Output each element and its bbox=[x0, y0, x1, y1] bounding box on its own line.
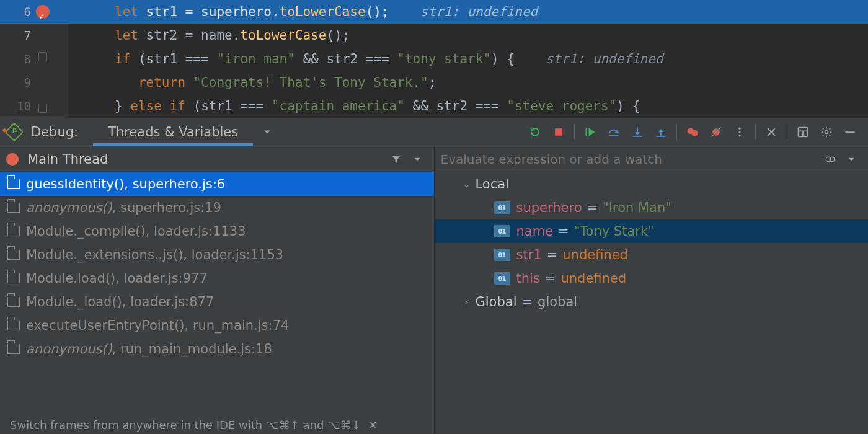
line-number[interactable]: 8 bbox=[0, 47, 31, 71]
more-actions-icon[interactable] bbox=[728, 118, 751, 146]
line-number[interactable]: 9 bbox=[0, 71, 31, 94]
variable-type-badge: 01 bbox=[494, 272, 510, 285]
variable-row[interactable]: 01this=undefined bbox=[435, 267, 869, 290]
inline-debug-hint: str1: undefined bbox=[420, 4, 538, 19]
stack-frame[interactable]: executeUserEntryPoint(), run_main.js:74 bbox=[0, 314, 434, 337]
code-line[interactable]: 10} else if (str1 === "captain america" … bbox=[0, 94, 868, 118]
stack-frame[interactable]: Module._load(), loader.js:877 bbox=[0, 290, 434, 314]
frame-list[interactable]: guessIdentity(), superhero.js:6anonymous… bbox=[0, 172, 434, 415]
stack-frame-icon bbox=[7, 179, 20, 189]
variables-panel: ⌄Local01superhero="Iron Man"01name="Tony… bbox=[435, 146, 869, 434]
stack-frame-icon bbox=[7, 321, 20, 330]
code-line[interactable]: 7let str2 = name.toLowerCase(); bbox=[0, 24, 868, 47]
debug-panels: Main Thread guessIdentity(), superhero.j… bbox=[0, 146, 868, 434]
code-fold-icon[interactable] bbox=[36, 52, 50, 66]
add-watch-icon[interactable] bbox=[820, 154, 841, 165]
tab-threads-variables[interactable]: Threads & Variables bbox=[91, 118, 255, 146]
variable-tree[interactable]: ⌄Local01superhero="Iron Man"01name="Tony… bbox=[435, 172, 869, 434]
layout-settings-icon[interactable] bbox=[791, 118, 815, 146]
variable-row[interactable]: 01name="Tony Stark" bbox=[435, 219, 869, 243]
watches-dropdown-icon[interactable] bbox=[841, 154, 862, 165]
debug-toolbar: JS Debug: Threads & Variables bbox=[0, 118, 868, 146]
frames-dropdown-icon[interactable] bbox=[407, 154, 428, 165]
view-breakpoints-button[interactable] bbox=[681, 118, 704, 146]
code-line[interactable]: 6let str1 = superhero.toLowerCase();str1… bbox=[0, 0, 868, 24]
stack-frame[interactable]: guessIdentity(), superhero.js:6 bbox=[0, 172, 434, 196]
variable-row[interactable]: 01str1=undefined bbox=[435, 243, 869, 267]
svg-rect-4 bbox=[657, 136, 666, 137]
stack-frame-icon bbox=[7, 226, 20, 236]
svg-point-6 bbox=[691, 130, 698, 136]
tip-text: Switch frames from anywhere in the IDE w… bbox=[10, 418, 361, 432]
tab-dropdown-icon[interactable] bbox=[255, 118, 279, 146]
evaluate-expression-input[interactable] bbox=[441, 152, 820, 167]
stop-button[interactable] bbox=[547, 118, 570, 146]
thread-title: Main Thread bbox=[27, 152, 108, 167]
thread-status-icon bbox=[6, 153, 19, 166]
variable-type-badge: 01 bbox=[494, 249, 510, 261]
stack-frame-icon bbox=[7, 344, 20, 354]
line-number[interactable]: 10 bbox=[0, 94, 31, 118]
svg-rect-1 bbox=[586, 128, 588, 136]
minimize-panel-icon[interactable] bbox=[838, 118, 862, 146]
variable-scope[interactable]: ›Global=global bbox=[435, 290, 869, 314]
resume-button[interactable] bbox=[578, 118, 602, 146]
mute-breakpoints-button[interactable] bbox=[704, 118, 728, 146]
frames-tip: Switch frames from anywhere in the IDE w… bbox=[0, 415, 434, 434]
line-number[interactable]: 7 bbox=[0, 24, 31, 47]
variable-type-badge: 01 bbox=[494, 202, 510, 214]
chevron-down-icon[interactable]: ⌄ bbox=[461, 179, 473, 189]
svg-rect-3 bbox=[633, 136, 642, 137]
stack-frame[interactable]: anonymous(), superhero.js:19 bbox=[0, 196, 434, 219]
svg-rect-2 bbox=[609, 135, 619, 136]
code-fold-icon[interactable] bbox=[36, 99, 50, 113]
svg-point-14 bbox=[825, 131, 828, 134]
stack-frame[interactable]: Module.load(), loader.js:977 bbox=[0, 267, 434, 290]
step-into-button[interactable] bbox=[626, 118, 649, 146]
variable-row[interactable]: 01superhero="Iron Man" bbox=[435, 196, 869, 219]
debug-label: Debug: bbox=[26, 125, 91, 140]
filter-icon[interactable] bbox=[386, 154, 407, 165]
breakpoint-hit-icon[interactable] bbox=[36, 5, 50, 19]
code-editor[interactable]: 6let str1 = superhero.toLowerCase();str1… bbox=[0, 0, 868, 118]
stack-frame-icon bbox=[7, 203, 20, 213]
svg-rect-0 bbox=[555, 128, 562, 136]
line-number[interactable]: 6 bbox=[0, 0, 31, 24]
code-line[interactable]: 9 return "Congrats! That's Tony Stark."; bbox=[0, 71, 868, 94]
chevron-right-icon[interactable]: › bbox=[461, 297, 473, 307]
tip-close-icon[interactable]: ✕ bbox=[368, 418, 378, 432]
settings-icon[interactable] bbox=[815, 118, 838, 146]
frames-panel: Main Thread guessIdentity(), superhero.j… bbox=[0, 146, 435, 434]
code-line[interactable]: 8if (str1 === "iron man" && str2 === "to… bbox=[0, 47, 868, 71]
svg-point-10 bbox=[738, 128, 740, 130]
close-debug-button[interactable] bbox=[760, 118, 783, 146]
stack-frame-icon bbox=[7, 250, 20, 260]
svg-point-11 bbox=[738, 131, 740, 133]
step-out-button[interactable] bbox=[649, 118, 673, 146]
stack-frame-icon bbox=[7, 273, 20, 283]
inline-debug-hint: str1: undefined bbox=[546, 51, 663, 66]
rerun-button[interactable] bbox=[523, 118, 547, 146]
stack-frame[interactable]: anonymous(), run_main_module.js:18 bbox=[0, 337, 434, 361]
nodejs-run-icon: JS bbox=[4, 122, 24, 141]
stack-frame[interactable]: Module._extensions..js(), loader.js:1153 bbox=[0, 243, 434, 267]
variable-scope[interactable]: ⌄Local bbox=[435, 172, 869, 196]
stack-frame[interactable]: Module._compile(), loader.js:1133 bbox=[0, 219, 434, 243]
svg-point-12 bbox=[738, 135, 740, 136]
variable-type-badge: 01 bbox=[494, 225, 510, 237]
svg-rect-15 bbox=[846, 131, 855, 133]
step-over-button[interactable] bbox=[602, 118, 626, 146]
stack-frame-icon bbox=[7, 297, 20, 307]
